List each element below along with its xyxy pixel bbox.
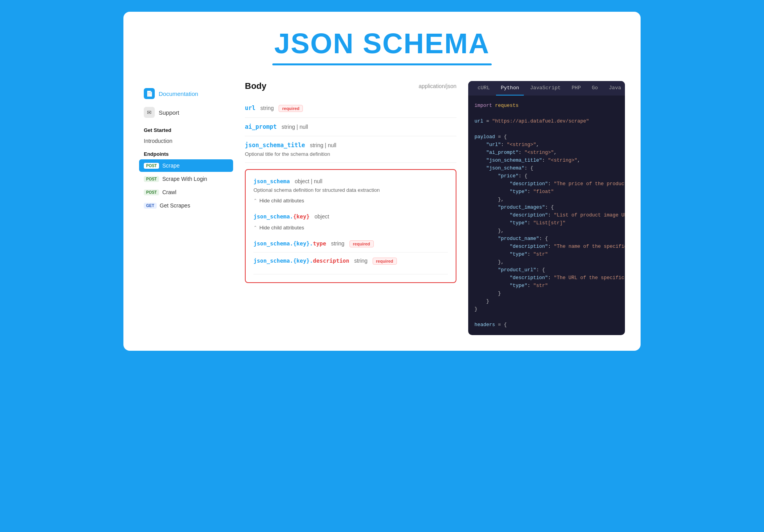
main-container: JSON SCHEMA 📄 Documentation ✉ Support Ge… xyxy=(123,12,641,351)
mail-icon: ✉ xyxy=(144,107,155,118)
sidebar-documentation-label: Documentation xyxy=(159,90,198,97)
key-desc-type: string xyxy=(354,258,368,264)
code-line-images-open: "product_images": { xyxy=(474,204,619,211)
tab-python[interactable]: Python xyxy=(496,81,524,96)
nested-json-schema-key: json_schema.{key} object ⌃ Hide child at… xyxy=(253,208,448,274)
content-area: 📄 Documentation ✉ Support Get Started In… xyxy=(139,81,625,335)
param-url-name: url xyxy=(245,105,255,112)
sidebar-item-scrape-with-login[interactable]: POST Scrape With Login xyxy=(139,173,233,185)
body-header: Body application/json xyxy=(245,81,456,91)
endpoint-label-get-scrapes: Get Scrapes xyxy=(160,202,190,209)
code-panel: cURL Python JavaScript PHP Go Java ⧉ imp… xyxy=(468,81,625,335)
key-type-type: string xyxy=(331,240,344,247)
body-title: Body xyxy=(245,81,266,91)
schema-param-desc: Optional schema definition for structure… xyxy=(253,187,448,193)
tab-java[interactable]: Java xyxy=(604,81,625,96)
code-line-url2-desc: "description": "The URL of the specific … xyxy=(474,274,619,282)
code-line-schema-title-key: "json_schema_title": "<string>", xyxy=(474,157,619,164)
param-ai-prompt: ai_prompt string | null xyxy=(245,118,456,136)
code-line-name-desc: "description": "The name of the specific… xyxy=(474,243,619,251)
chevron-up-icon-2: ⌃ xyxy=(253,225,257,230)
tab-curl[interactable]: cURL xyxy=(473,81,494,96)
code-line-url2-open: "product_url": { xyxy=(474,266,619,274)
sidebar-item-get-scrapes[interactable]: GET Get Scrapes xyxy=(139,199,233,212)
nested-name-prefix: json_schema. xyxy=(253,213,293,220)
sidebar-item-scrape[interactable]: POST Scrape xyxy=(139,159,233,172)
nested-key-type: object xyxy=(315,213,329,220)
code-line-payload: payload = { xyxy=(474,133,619,141)
param-url-type: string xyxy=(261,105,274,111)
header-section: JSON SCHEMA xyxy=(139,27,625,65)
code-line-url: url = "https://api.datafuel.dev/scrape" xyxy=(474,117,619,125)
hide-child-btn-1[interactable]: ⌃ Hide child attributes xyxy=(253,198,448,204)
code-line-images-desc: "description": "List of product image UR… xyxy=(474,211,619,219)
code-line-blank-1 xyxy=(474,110,619,117)
param-json-schema-title-desc: Optional title for the schema definition xyxy=(245,151,456,157)
endpoint-label-scrape: Scrape xyxy=(162,162,179,169)
content-type: application/json xyxy=(418,83,456,89)
param-json-schema-title-name: json_schema_title xyxy=(245,142,305,149)
method-badge-post-3: POST xyxy=(144,189,159,195)
hide-child-label-1: Hide child attributes xyxy=(259,198,304,204)
tab-php[interactable]: PHP xyxy=(567,81,585,96)
code-line-schema-close: } xyxy=(474,298,619,305)
key-desc-highlight: description xyxy=(313,258,349,264)
code-line-name-open: "product_name": { xyxy=(474,235,619,243)
code-line-price-desc: "description": "The price of the product… xyxy=(474,180,619,188)
schema-param-name: json_schema xyxy=(253,178,290,184)
code-line-price-type: "type": "float" xyxy=(474,188,619,196)
param-ai-prompt-type: string | null xyxy=(282,124,308,130)
param-json-schema-title-type: string | null xyxy=(310,142,336,148)
param-url: url string required xyxy=(245,99,456,118)
page-title: JSON SCHEMA xyxy=(139,27,625,60)
method-badge-get: GET xyxy=(144,203,157,209)
schema-box: json_schema object | null Optional schem… xyxy=(245,169,456,283)
key-type-prefix: json_schema.{key}. xyxy=(253,240,313,247)
code-line-schema-open: "json_schema": { xyxy=(474,164,619,172)
sidebar-item-crawl[interactable]: POST Crawl xyxy=(139,186,233,198)
code-line-blank-2 xyxy=(474,125,619,133)
sidebar-support-label: Support xyxy=(159,109,179,116)
code-line-headers: headers = { xyxy=(474,321,619,329)
param-ai-prompt-name: ai_prompt xyxy=(245,123,277,130)
sidebar-link-introduction[interactable]: Introduction xyxy=(139,135,233,146)
code-line-name-close: }, xyxy=(474,258,619,266)
endpoint-label-scrape-with-login: Scrape With Login xyxy=(162,176,207,182)
param-json-schema-title: json_schema_title string | null Optional… xyxy=(245,136,456,163)
chevron-up-icon: ⌃ xyxy=(253,198,257,203)
sidebar-item-documentation[interactable]: 📄 Documentation xyxy=(139,85,233,102)
tab-go[interactable]: Go xyxy=(587,81,603,96)
code-line-payload-close: } xyxy=(474,305,619,313)
tab-javascript[interactable]: JavaScript xyxy=(525,81,565,96)
method-badge-post-2: POST xyxy=(144,176,159,182)
key-desc-prefix: json_schema.{key}. xyxy=(253,258,313,264)
nested-key-desc-param: json_schema.{key}.description string req… xyxy=(253,252,448,269)
doc-icon: 📄 xyxy=(144,88,155,99)
code-line-url2-type: "type": "str" xyxy=(474,282,619,290)
section-title-endpoints: Endpoints xyxy=(139,146,233,159)
code-line-name-type: "type": "str" xyxy=(474,251,619,258)
hide-child-label-2: Hide child attributes xyxy=(259,225,304,231)
code-line-images-type: "type": "List[str]" xyxy=(474,219,619,227)
main-content: Body application/json url string require… xyxy=(245,81,456,283)
endpoint-label-crawl: Crawl xyxy=(162,189,176,195)
schema-param-type: object | null xyxy=(295,178,322,184)
required-badge-key-desc: required xyxy=(373,258,397,265)
code-tabs: cURL Python JavaScript PHP Go Java ⧉ xyxy=(468,81,625,96)
nested-key-type-param: json_schema.{key}.type string required xyxy=(253,235,448,252)
key-type-highlight: type xyxy=(313,240,326,247)
required-badge-url: required xyxy=(279,105,303,112)
code-line-price-open: "price": { xyxy=(474,172,619,180)
hide-child-btn-2[interactable]: ⌃ Hide child attributes xyxy=(253,225,448,231)
code-line-price-close: }, xyxy=(474,196,619,204)
code-line-url-key: "url": "<string>", xyxy=(474,141,619,149)
code-line-ai-prompt-key: "ai_prompt": "<string>", xyxy=(474,149,619,157)
code-line-url2-close: } xyxy=(474,290,619,298)
code-body: import requests url = "https://api.dataf… xyxy=(468,96,625,335)
sidebar: 📄 Documentation ✉ Support Get Started In… xyxy=(139,81,233,213)
sidebar-item-support[interactable]: ✉ Support xyxy=(139,104,233,121)
code-line-images-close: }, xyxy=(474,227,619,235)
code-line-1: import requests xyxy=(474,102,619,110)
nested-key-highlight: {key} xyxy=(293,213,310,220)
required-badge-key-type: required xyxy=(349,240,374,247)
